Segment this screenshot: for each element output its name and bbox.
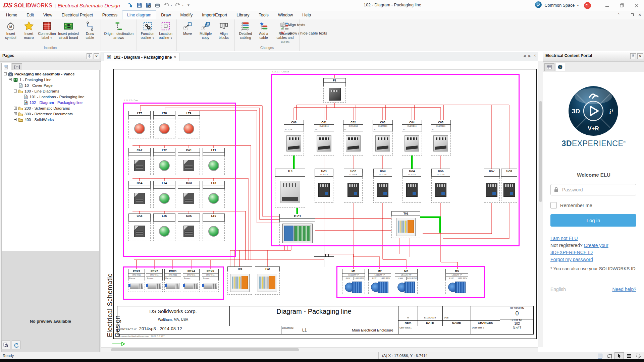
close-panel-icon[interactable]: ✕	[94, 53, 99, 59]
tab-scroll-left-icon[interactable]: ◀	[523, 54, 526, 58]
component-prx5[interactable]: PRX53RG4011Range :	[202, 269, 219, 292]
menu-edit[interactable]: Edit	[22, 11, 39, 19]
forgot-password-link[interactable]: Forgot my password	[550, 257, 593, 262]
component-tf1[interactable]: TF1	[275, 169, 305, 208]
compass-icon[interactable]	[535, 1, 542, 10]
component-lt7[interactable]: LT7	[128, 111, 151, 138]
component-t03[interactable]: T03	[227, 266, 252, 295]
origin-destination-arrows-button[interactable]: Origin - destination arrows	[103, 20, 135, 41]
menu-library[interactable]: Library	[232, 11, 254, 19]
align-blocks-button[interactable]: Align blocks	[215, 20, 233, 41]
menu-view[interactable]: View	[39, 11, 57, 19]
component-t01[interactable]: T01	[391, 211, 420, 238]
menu-home[interactable]: Home	[1, 11, 22, 19]
component-lt6[interactable]: LT6	[153, 214, 175, 241]
component-lt1[interactable]: LT1	[203, 148, 225, 175]
component-m5[interactable]: M5LS112M 4P4 kW1430 RPM	[445, 269, 468, 294]
component-ca5[interactable]: CA5	[178, 214, 200, 241]
menu-help[interactable]: Help	[298, 11, 316, 19]
refresh-icon[interactable]	[12, 341, 20, 349]
portal-pin-icon[interactable]	[630, 53, 636, 59]
line-weight-icon[interactable]	[625, 353, 633, 359]
customize-toolbar-icon[interactable]: ▼	[187, 3, 190, 7]
component-ca4[interactable]: CA4	[128, 181, 151, 208]
component-m1[interactable]: M1LS112M 4P4 kW1430 RPM	[342, 269, 365, 294]
user-avatar[interactable]: EL	[584, 2, 591, 9]
component-ca3[interactable]: CA3LC1D18	[373, 169, 392, 203]
component-ca2[interactable]: CA2LC1D18	[344, 169, 363, 203]
tree-item-10-cover-page[interactable]: 10 - Cover Page	[2, 82, 99, 88]
location-outline-button[interactable]: Location outline ▼	[157, 20, 175, 41]
component-c04[interactable]: C04GV2ME16Ib :	[402, 120, 422, 156]
component-prx2[interactable]: PRX23RG4011Range :	[146, 269, 163, 292]
menu-modify[interactable]: Modify	[175, 11, 197, 19]
menu-draw[interactable]: Draw	[156, 11, 175, 19]
component-c05[interactable]: C05GV2ME16Ib :	[431, 120, 451, 156]
document-tab-close-icon[interactable]: ×	[174, 55, 176, 60]
expand-icon[interactable]	[14, 118, 17, 121]
function-outline-button[interactable]: Function outline ▼	[139, 20, 157, 41]
snap-edit-icon[interactable]	[634, 353, 643, 359]
component-c01[interactable]: C01GV2ME16Ib :	[314, 120, 334, 156]
portal-close-icon[interactable]: ✕	[637, 53, 643, 59]
component-lt2[interactable]: LT2	[153, 148, 175, 175]
select-cursor-icon[interactable]	[614, 352, 624, 360]
menu-electrical-project[interactable]: Electrical Project	[57, 11, 98, 19]
component-ca8[interactable]: CA8	[501, 169, 517, 203]
component-c06[interactable]: C06 Ib : 0,5A	[284, 120, 304, 156]
insert-macro-button[interactable]: Insert macro	[20, 20, 38, 41]
component-ca1[interactable]: CA1LC1D18	[315, 169, 333, 203]
mdi-close-icon[interactable]: ✕	[638, 13, 641, 17]
component-lt4[interactable]: LT4	[153, 181, 175, 208]
component-m3[interactable]: M3LS112M 4P4 kW1430 RPM	[395, 269, 418, 294]
component-c02[interactable]: C02GV2ME16Ib :	[343, 120, 363, 156]
tab-scroll-right-icon[interactable]: ▶	[528, 54, 531, 58]
tab-portal-properties[interactable]	[544, 63, 554, 71]
tree-item-200-schematic-diagrams[interactable]: 200 - Schematic Diagrams	[2, 105, 99, 111]
tab-close-all-icon[interactable]: ×	[534, 53, 536, 58]
component-ca4[interactable]: CA4LC1D18	[402, 169, 421, 203]
save-all-icon[interactable]	[145, 2, 152, 8]
collapse-icon[interactable]	[14, 89, 17, 93]
mdi-minimize-icon[interactable]: ─	[624, 13, 627, 17]
menu-tools[interactable]: Tools	[254, 11, 273, 19]
insert-printed-circuit-board-button[interactable]: Insert printed circuit board	[56, 20, 81, 41]
undo-icon[interactable]	[163, 2, 170, 8]
login-button[interactable]: Log in	[550, 214, 636, 227]
component-ca6[interactable]: CA6	[128, 214, 151, 241]
menu-import-export[interactable]: Import/Export	[197, 11, 232, 19]
tree-item-400-solidworks[interactable]: 400 - SolidWorks	[2, 117, 99, 122]
component-ca2[interactable]: CA2	[128, 148, 151, 175]
mdi-restore-icon[interactable]	[631, 13, 634, 17]
component-prx1[interactable]: PRX13RG4011Range :	[128, 269, 145, 292]
component-ca1[interactable]: CA1	[178, 148, 200, 175]
need-help-link[interactable]: Need help?	[612, 287, 636, 292]
language-selector[interactable]: English	[550, 287, 566, 292]
component-c03[interactable]: C03GV2ME16Ib :	[373, 120, 393, 156]
show-hide-cable-texts-button[interactable]: Show / hide cable texts	[280, 31, 327, 36]
component-lt8[interactable]: LT8	[153, 111, 175, 138]
expand-icon[interactable]	[14, 112, 17, 115]
menu-window[interactable]: Window	[273, 11, 298, 19]
space-selector[interactable]: Common Space▼	[544, 3, 579, 8]
redo-caret-icon[interactable]: ▾	[182, 4, 183, 7]
vertical-scrollbar[interactable]	[538, 61, 543, 347]
undo-caret-icon[interactable]: ▾	[171, 4, 172, 7]
collapse-icon[interactable]	[4, 72, 7, 75]
component-lt3[interactable]: LT3	[203, 181, 225, 208]
password-field[interactable]	[550, 184, 636, 195]
remember-me-checkbox[interactable]	[550, 202, 557, 208]
component-m2[interactable]: M2LS112M 4P4 kW1430 RPM	[368, 269, 391, 294]
password-input[interactable]	[561, 187, 633, 193]
preview-zoom-icon[interactable]	[1, 341, 10, 349]
document-tab[interactable]: 102 - Diagram - Packaging line ×	[104, 53, 179, 61]
component-plc1[interactable]: PLC1	[279, 214, 315, 245]
minimize-button[interactable]	[600, 0, 614, 11]
component-prx3[interactable]: PRX33RG4011Range :	[164, 269, 181, 292]
pin-icon[interactable]	[87, 53, 92, 59]
tree-item-100-line-diagrams[interactable]: 100 - Line Diagrams	[2, 88, 99, 94]
component-lt9[interactable]: LT9	[178, 111, 200, 138]
menu-line-diagram[interactable]: Line diagram	[122, 10, 156, 19]
save-icon[interactable]	[136, 2, 143, 8]
component-prx4[interactable]: PRX43RG4011Range :	[183, 269, 200, 292]
